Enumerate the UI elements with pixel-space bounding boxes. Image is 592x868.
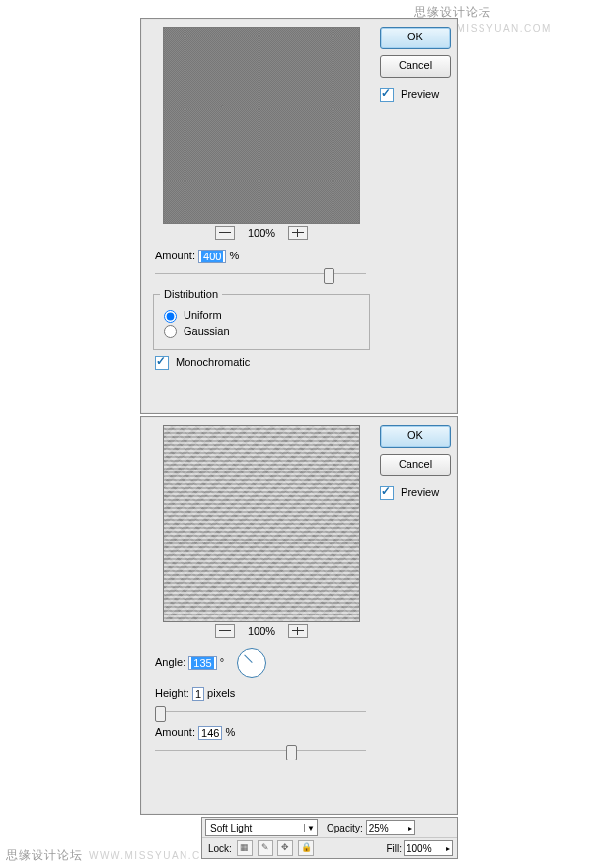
lock-all-icon[interactable]: 🔒: [298, 840, 314, 856]
amount-label: Amount:: [155, 726, 195, 738]
add-noise-dialog: 100% Amount: 400 % Distribution Uniform: [140, 18, 458, 414]
angle-input[interactable]: 135: [188, 656, 216, 670]
lock-transparency-icon[interactable]: ▦: [237, 840, 253, 856]
zoom-in-button[interactable]: [288, 226, 308, 240]
lock-label: Lock:: [208, 843, 232, 854]
distribution-group: Distribution Uniform Gaussian: [153, 288, 370, 350]
uniform-radio[interactable]: [164, 310, 177, 323]
lock-position-icon[interactable]: ✥: [277, 840, 293, 856]
preview-label: Preview: [401, 486, 439, 498]
gaussian-radio[interactable]: [164, 326, 177, 338]
zoom-level: 100%: [248, 625, 275, 637]
noise-preview-image: [163, 27, 360, 224]
amount-unit: %: [225, 726, 235, 738]
angle-unit: °: [220, 656, 224, 668]
height-input[interactable]: 1: [192, 687, 204, 701]
watermark-bottom: 思缘设计论坛WWW.MISSYUAN.COM: [6, 847, 220, 864]
preview-checkbox[interactable]: [380, 486, 394, 500]
height-label: Height:: [155, 687, 189, 699]
height-row: Height: 1 pixels: [149, 687, 374, 700]
amount-slider[interactable]: [155, 743, 366, 759]
lock-icons: ▦ ✎ ✥ 🔒: [236, 840, 315, 856]
monochromatic-label: Monochromatic: [176, 356, 250, 368]
fill-label: Fill:: [386, 843, 402, 854]
chevron-right-icon: ▸: [446, 844, 450, 853]
opacity-input[interactable]: 25%▸: [366, 820, 415, 835]
fill-input[interactable]: 100%▸: [404, 840, 453, 856]
zoom-level: 100%: [248, 227, 275, 239]
amount-unit: %: [229, 250, 239, 261]
zoom-out-button[interactable]: [215, 624, 235, 638]
cancel-button[interactable]: Cancel: [380, 454, 451, 476]
amount-input[interactable]: 146: [198, 726, 222, 740]
cancel-button[interactable]: Cancel: [380, 55, 451, 78]
gaussian-label: Gaussian: [184, 326, 229, 337]
ok-button[interactable]: OK: [380, 27, 451, 49]
amount-slider[interactable]: [155, 266, 366, 282]
zoom-in-button[interactable]: [288, 624, 308, 638]
height-slider[interactable]: [155, 704, 366, 720]
layer-options-bar: Soft Light ▼ Opacity: 25%▸ Lock: ▦ ✎ ✥ 🔒…: [201, 817, 458, 859]
zoom-out-button[interactable]: [215, 226, 235, 240]
amount-label: Amount:: [155, 250, 195, 261]
amount-row: Amount: 400 %: [149, 250, 374, 262]
preview-checkbox[interactable]: [380, 88, 394, 102]
emboss-preview-image: [163, 425, 360, 622]
chevron-right-icon: ▸: [408, 824, 412, 832]
distribution-legend: Distribution: [160, 288, 222, 300]
angle-label: Angle:: [155, 656, 185, 668]
chevron-down-icon: ▼: [304, 824, 317, 832]
amount-row: Amount: 146 %: [149, 726, 374, 739]
angle-row: Angle: 135 °: [149, 648, 374, 678]
angle-dial[interactable]: [237, 648, 266, 678]
monochromatic-checkbox[interactable]: [155, 356, 169, 370]
lock-pixels-icon[interactable]: ✎: [258, 840, 273, 856]
emboss-dialog: 100% Angle: 135 ° Height: 1 pixels Amoun…: [140, 416, 458, 815]
uniform-label: Uniform: [184, 309, 222, 321]
opacity-label: Opacity:: [327, 823, 363, 833]
amount-input[interactable]: 400: [198, 250, 226, 263]
blend-mode-select[interactable]: Soft Light ▼: [205, 819, 318, 836]
height-unit: pixels: [207, 687, 235, 699]
ok-button[interactable]: OK: [380, 425, 451, 448]
preview-label: Preview: [401, 88, 439, 100]
